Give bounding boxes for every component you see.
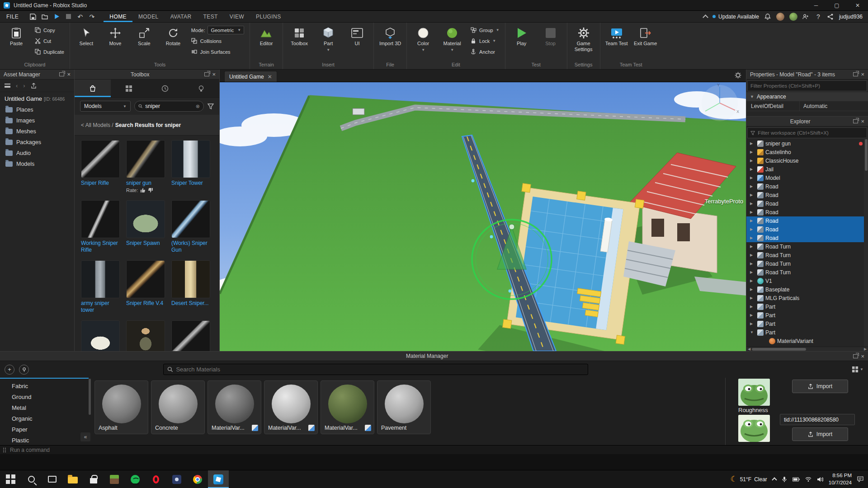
asset-name[interactable]: army sniper tower bbox=[81, 300, 123, 313]
float-panel-icon[interactable] bbox=[59, 72, 64, 76]
stop-button[interactable]: Stop bbox=[536, 24, 565, 60]
material-search-input[interactable] bbox=[176, 366, 584, 373]
share-icon[interactable] bbox=[827, 13, 834, 20]
close-panel-icon[interactable]: × bbox=[212, 71, 216, 77]
asset-thumbnail[interactable] bbox=[126, 320, 165, 351]
battery-icon[interactable] bbox=[793, 477, 800, 482]
explorer-vertical-scrollbar[interactable] bbox=[864, 137, 868, 347]
add-material-icon[interactable]: + bbox=[5, 365, 14, 375]
explorer-item[interactable]: MaterialVariant bbox=[746, 337, 868, 345]
viewport-settings-gear-icon[interactable] bbox=[735, 72, 741, 79]
collapse-ribbon-icon[interactable] bbox=[703, 14, 708, 20]
thumbs-up-icon[interactable] bbox=[140, 188, 146, 193]
redo-icon[interactable]: ↷ bbox=[88, 13, 95, 20]
expand-arrow-icon[interactable] bbox=[750, 322, 755, 326]
ribbon-tab[interactable]: TEST bbox=[198, 11, 224, 22]
expand-arrow-icon[interactable] bbox=[750, 210, 755, 214]
asset-name[interactable]: Sniper Tower bbox=[171, 180, 213, 186]
cut-button[interactable]: Cut bbox=[33, 36, 66, 46]
expand-arrow-icon[interactable] bbox=[750, 193, 755, 197]
asset-thumbnail[interactable] bbox=[126, 260, 165, 298]
expand-arrow-icon[interactable] bbox=[750, 253, 755, 257]
scale-button[interactable]: Scale bbox=[130, 24, 159, 60]
asset-thumbnail[interactable] bbox=[171, 260, 210, 298]
material-card[interactable]: Pavement bbox=[377, 380, 431, 434]
asset-name[interactable]: Sniper Spawn bbox=[126, 240, 168, 246]
file-menu-button[interactable]: FILE bbox=[0, 11, 25, 22]
join-surfaces-toggle[interactable]: Join Surfaces bbox=[189, 47, 246, 56]
material-category[interactable]: Plastic bbox=[0, 435, 89, 446]
asset-thumbnail[interactable] bbox=[126, 140, 165, 178]
properties-filter-input[interactable] bbox=[750, 83, 864, 89]
toolbox-asset[interactable]: Rate: bbox=[81, 320, 123, 351]
taskbar-app-button[interactable] bbox=[21, 470, 42, 488]
appearance-section-header[interactable]: ▼Appearance bbox=[746, 92, 868, 101]
close-panel-icon[interactable]: × bbox=[861, 118, 864, 124]
expand-arrow-icon[interactable] bbox=[750, 141, 755, 145]
material-category[interactable]: Metal bbox=[0, 402, 89, 413]
back-icon[interactable]: ‹ bbox=[16, 82, 18, 89]
help-icon[interactable]: ? bbox=[815, 13, 822, 20]
expand-arrow-icon[interactable] bbox=[750, 150, 755, 154]
close-panel-icon[interactable]: × bbox=[861, 71, 864, 77]
copy-button[interactable]: Copy bbox=[33, 25, 66, 35]
expand-arrow-icon[interactable] bbox=[750, 227, 755, 231]
undo-icon[interactable]: ↶ bbox=[76, 13, 84, 20]
import-button[interactable]: Import bbox=[792, 427, 848, 441]
expand-arrow-icon[interactable] bbox=[750, 167, 755, 171]
explorer-item[interactable]: Road bbox=[746, 199, 868, 208]
ribbon-tab[interactable]: HOME bbox=[104, 11, 132, 22]
user-avatar[interactable] bbox=[776, 13, 784, 21]
explorer-item[interactable]: Road bbox=[746, 225, 868, 234]
section-collapse-icon[interactable]: ▼ bbox=[750, 94, 754, 99]
weather-widget[interactable]: ☾ 51°F Clear bbox=[730, 475, 767, 483]
breadcrumb[interactable]: < All Models / Search Results for sniper bbox=[75, 115, 219, 136]
expand-arrow-icon[interactable] bbox=[750, 287, 755, 291]
explorer-item[interactable]: Part bbox=[746, 328, 868, 337]
asset-thumbnail[interactable] bbox=[81, 140, 120, 178]
play-quick-icon[interactable] bbox=[53, 13, 60, 20]
category-select[interactable]: Models▼ bbox=[80, 101, 131, 112]
game-row[interactable]: Untitled Game[ID: 66486 bbox=[0, 92, 74, 104]
expand-arrow-icon[interactable] bbox=[750, 202, 755, 206]
pick-material-icon[interactable] bbox=[19, 365, 29, 375]
asset-name[interactable]: Desert Sniper... bbox=[171, 300, 213, 306]
ribbon-tab[interactable]: VIEW bbox=[224, 11, 250, 22]
username[interactable]: judjud936 bbox=[839, 14, 863, 20]
asset-folder-item[interactable]: Meshes bbox=[0, 126, 74, 137]
team-test-button[interactable]: Team Test bbox=[602, 24, 631, 60]
material-card[interactable]: MaterialVar... bbox=[321, 380, 374, 434]
explorer-item[interactable]: Road Turn bbox=[746, 251, 868, 259]
action-center-icon[interactable] bbox=[857, 476, 863, 482]
forward-icon[interactable]: › bbox=[23, 82, 25, 89]
explorer-item[interactable]: Part bbox=[746, 302, 868, 311]
explorer-item[interactable]: Part bbox=[746, 311, 868, 319]
expand-arrow-icon[interactable] bbox=[750, 159, 755, 163]
asset-thumbnail[interactable] bbox=[81, 260, 120, 298]
texture-thumbnail[interactable] bbox=[738, 379, 770, 406]
explorer-item[interactable]: MLG Particals bbox=[746, 294, 868, 302]
close-button[interactable]: ✕ bbox=[847, 0, 868, 10]
expand-arrow-icon[interactable] bbox=[750, 330, 755, 334]
notifications-bell-icon[interactable] bbox=[764, 13, 771, 20]
rotate-button[interactable]: Rotate bbox=[159, 24, 188, 60]
color-button[interactable]: Color ▼ bbox=[409, 24, 438, 60]
explorer-item[interactable]: ClassicHouse bbox=[746, 156, 868, 165]
terrain-editor-button[interactable]: Editor bbox=[252, 24, 281, 60]
taskbar-app-button[interactable] bbox=[187, 470, 208, 488]
taskbar-app-button[interactable] bbox=[104, 470, 125, 488]
asset-name[interactable]: Sniper Rifle bbox=[81, 180, 123, 186]
command-bar[interactable] bbox=[0, 445, 868, 454]
collapse-categories-button[interactable]: « bbox=[80, 432, 90, 441]
expand-arrow-icon[interactable] bbox=[750, 296, 755, 300]
export-icon[interactable] bbox=[31, 83, 37, 89]
toolbox-asset[interactable]: Sniper Rifle Rate: bbox=[81, 140, 123, 193]
toolbox-asset[interactable]: Sniper Rifle V.4 Rate: bbox=[126, 260, 168, 313]
toolbox-asset[interactable]: army sniper tower Rate: bbox=[81, 260, 123, 313]
float-panel-icon[interactable] bbox=[853, 119, 858, 123]
list-view-icon[interactable] bbox=[5, 84, 10, 88]
group-avatar[interactable] bbox=[789, 13, 797, 21]
material-category[interactable]: Organic bbox=[0, 413, 89, 424]
collisions-toggle[interactable]: Collisions bbox=[189, 36, 246, 46]
expand-arrow-icon[interactable] bbox=[750, 219, 755, 223]
